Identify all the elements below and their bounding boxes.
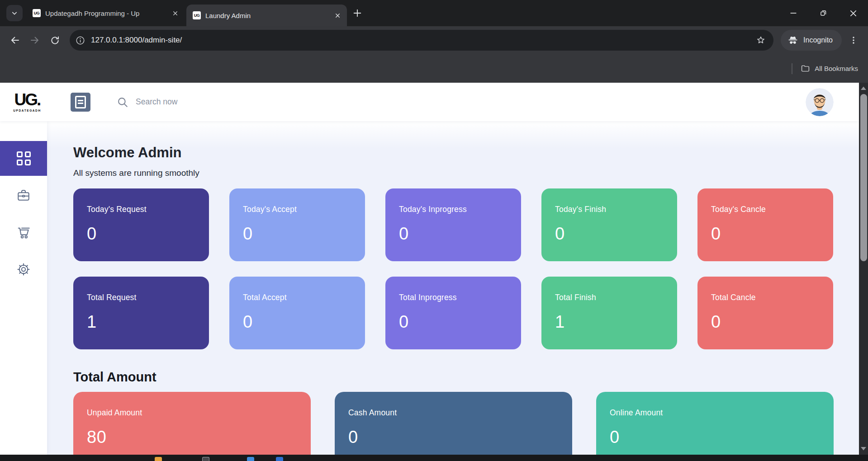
card-total-cancle: Total Cancle 0 — [697, 277, 833, 349]
sidebar-item-dashboard[interactable] — [0, 141, 47, 176]
card-label: Today's Inprogress — [399, 205, 508, 214]
menu-lines-icon — [75, 96, 86, 108]
page-scrollbar[interactable] — [859, 83, 868, 455]
tab-favicon: UG — [193, 11, 201, 19]
tab-title: Updategadh Programming - Up — [45, 9, 169, 17]
search-icon — [117, 96, 128, 108]
card-label: Total Accept — [243, 293, 351, 302]
card-label: Today's Accept — [243, 205, 351, 214]
card-value: 0 — [243, 312, 351, 332]
page-subtitle: All systems are running smoothly — [73, 168, 859, 179]
card-total-finish: Total Finish 1 — [541, 277, 677, 349]
card-label: Total Cancle — [711, 293, 820, 302]
taskbar-app-icon[interactable] — [276, 457, 283, 461]
scrollbar-thumb[interactable] — [860, 94, 867, 261]
tab-search-button[interactable] — [6, 5, 23, 21]
sidebar-item-products[interactable] — [0, 188, 47, 203]
card-unpaid-amount: Unpaid Amount 80 — [73, 392, 311, 455]
close-window-button[interactable] — [838, 0, 868, 26]
page-viewport: UG. UPDATEGADH — [0, 83, 859, 455]
plus-icon — [352, 8, 362, 18]
site-logo[interactable]: UG. UPDATEGADH — [9, 91, 45, 113]
section-heading-total-amount: Total Amount — [73, 349, 859, 385]
taskbar-app-icon[interactable] — [247, 457, 254, 461]
card-value: 0 — [399, 312, 508, 332]
card-label: Total Finish — [555, 293, 664, 302]
card-label: Today's Request — [87, 205, 195, 214]
new-tab-button[interactable] — [350, 5, 365, 21]
card-value: 0 — [243, 224, 351, 244]
card-todays-inprogress: Today's Inprogress 0 — [385, 188, 521, 261]
close-tab-button[interactable] — [169, 7, 181, 19]
taskbar-app-icon[interactable] — [202, 457, 209, 461]
back-arrow-icon — [9, 35, 20, 46]
menu-toggle-button[interactable] — [71, 93, 90, 112]
user-avatar[interactable] — [806, 88, 834, 116]
scroll-up-icon[interactable] — [859, 84, 868, 93]
briefcase-icon — [16, 188, 31, 202]
bookmark-star-icon[interactable] — [753, 32, 769, 48]
all-bookmarks-button[interactable]: All Bookmarks — [801, 64, 858, 73]
sidebar-nav — [0, 121, 47, 455]
restore-button[interactable] — [808, 0, 838, 26]
restore-icon — [818, 8, 828, 18]
incognito-label: Incognito — [803, 36, 833, 44]
forward-button[interactable] — [26, 32, 43, 49]
tab-title: Laundry Admin — [205, 12, 332, 19]
tab-updategadh[interactable]: UG Updategadh Programming - Up — [26, 0, 185, 26]
card-online-amount: Online Amount 0 — [596, 392, 834, 455]
total-cards-row: Total Request 1 Total Accept 0 Total Inp… — [73, 277, 859, 349]
today-cards-row: Today's Request 0 Today's Accept 0 Today… — [73, 188, 859, 261]
card-value: 0 — [610, 428, 820, 447]
card-label: Total Inprogress — [399, 293, 508, 302]
site-info-icon[interactable] — [75, 35, 85, 46]
bookmarks-separator — [792, 63, 792, 74]
browser-toolbar: 127.0.0.1:8000/admin-site/ Incognito — [0, 26, 868, 54]
folder-icon — [801, 64, 815, 73]
card-value: 1 — [555, 312, 664, 332]
three-dots-icon — [849, 35, 859, 45]
window-controls — [778, 0, 868, 26]
card-value: 0 — [711, 312, 820, 332]
amount-cards-row: Unpaid Amount 80 Cash Amount 0 Online Am… — [73, 392, 859, 455]
back-button[interactable] — [6, 32, 24, 49]
logo-subtext: UPDATEGADH — [9, 109, 45, 113]
minimize-button[interactable] — [778, 0, 808, 26]
browser-window: UG Updategadh Programming - Up UG Laundr… — [0, 0, 868, 461]
minimize-icon — [788, 8, 798, 18]
bookmarks-bar: All Bookmarks — [0, 54, 868, 83]
card-label: Today's Finish — [555, 205, 664, 214]
card-total-request: Total Request 1 — [73, 277, 209, 349]
chevron-down-icon — [10, 9, 19, 18]
browser-menu-button[interactable] — [845, 32, 862, 48]
incognito-icon — [787, 34, 799, 46]
incognito-badge: Incognito — [781, 30, 842, 51]
forward-arrow-icon — [29, 35, 40, 46]
card-todays-cancle: Today's Cancle 0 — [697, 188, 833, 261]
card-value: 1 — [87, 312, 195, 332]
card-todays-request: Today's Request 0 — [73, 188, 209, 261]
card-cash-amount: Cash Amount 0 — [335, 392, 572, 455]
site-header: UG. UPDATEGADH — [0, 83, 859, 121]
taskbar-edge — [0, 455, 868, 461]
sidebar-item-settings[interactable] — [0, 262, 47, 277]
scroll-down-icon[interactable] — [859, 444, 868, 453]
address-bar[interactable]: 127.0.0.1:8000/admin-site/ — [70, 30, 773, 51]
card-value: 0 — [555, 224, 664, 244]
sidebar-item-orders[interactable] — [0, 225, 47, 240]
card-total-accept: Total Accept 0 — [229, 277, 365, 349]
grid-icon — [17, 151, 31, 165]
cart-icon — [16, 225, 31, 240]
tab-bar: UG Updategadh Programming - Up UG Laundr… — [0, 0, 868, 26]
close-tab-button[interactable] — [332, 9, 343, 21]
card-label: Cash Amount — [348, 408, 559, 418]
logo-text: UG. — [9, 91, 45, 108]
card-label: Total Request — [87, 293, 195, 302]
search-input[interactable] — [135, 97, 325, 107]
card-label: Online Amount — [610, 408, 820, 418]
url-text: 127.0.0.1:8000/admin-site/ — [91, 36, 753, 45]
taskbar-app-icon[interactable] — [155, 457, 162, 461]
tab-laundry-admin[interactable]: UG Laundry Admin — [186, 5, 347, 26]
site-search — [117, 96, 806, 108]
reload-button[interactable] — [46, 32, 63, 49]
